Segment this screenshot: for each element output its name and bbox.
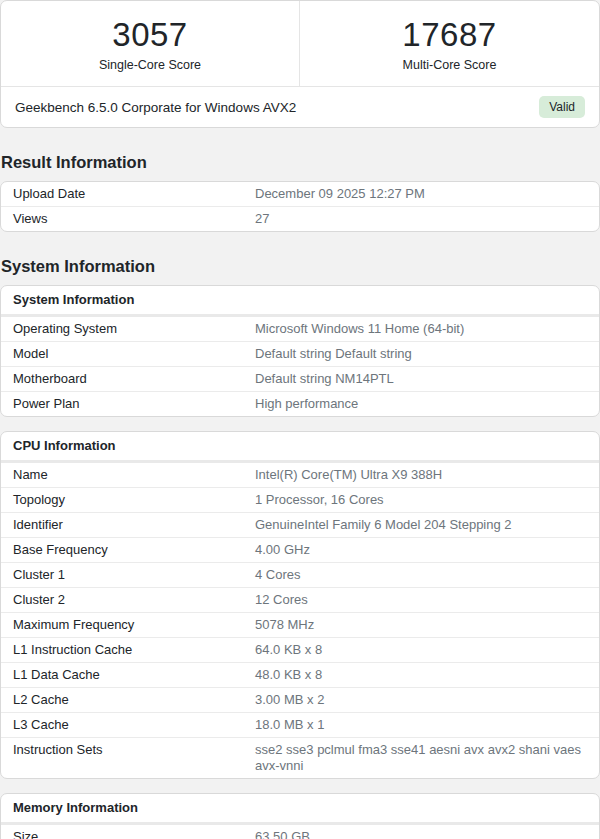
table-row: MotherboardDefault string NM14PTL	[1, 366, 599, 391]
row-label: Cluster 2	[13, 592, 255, 608]
result-information-table: Upload DateDecember 09 2025 12:27 PMView…	[1, 182, 599, 231]
table-row: ModelDefault string Default string	[1, 341, 599, 366]
row-label: L1 Instruction Cache	[13, 642, 255, 658]
table-row: Views27	[1, 206, 599, 231]
multi-core-score-box: 17687 Multi-Core Score	[300, 1, 599, 86]
row-label: Name	[13, 467, 255, 483]
table-row: L3 Cache18.0 MB x 1	[1, 712, 599, 737]
system-information-heading: System Information	[1, 256, 600, 276]
row-label: Instruction Sets	[13, 742, 255, 774]
row-value: 63.50 GB	[255, 829, 587, 839]
result-information-card: Upload DateDecember 09 2025 12:27 PMView…	[0, 181, 600, 232]
multi-core-score-value: 17687	[402, 17, 496, 53]
row-value: Default string NM14PTL	[255, 371, 587, 387]
row-label: L1 Data Cache	[13, 667, 255, 683]
geekbench-version-text: Geekbench 6.5.0 Corporate for Windows AV…	[15, 100, 296, 115]
row-label: L3 Cache	[13, 717, 255, 733]
table-row: IdentifierGenuineIntel Family 6 Model 20…	[1, 512, 599, 537]
row-label: Identifier	[13, 517, 255, 533]
table-row: L2 Cache3.00 MB x 2	[1, 687, 599, 712]
table-row: Cluster 212 Cores	[1, 587, 599, 612]
table-row: Upload DateDecember 09 2025 12:27 PM	[1, 182, 599, 206]
row-value: 48.0 KB x 8	[255, 667, 587, 683]
system-information-table: Operating SystemMicrosoft Windows 11 Hom…	[1, 317, 599, 416]
row-label: Model	[13, 346, 255, 362]
row-value: 27	[255, 211, 587, 227]
table-row: Operating SystemMicrosoft Windows 11 Hom…	[1, 317, 599, 341]
single-core-score-box: 3057 Single-Core Score	[1, 1, 300, 86]
table-row: Instruction Setssse2 sse3 pclmul fma3 ss…	[1, 737, 599, 778]
row-label: Operating System	[13, 321, 255, 337]
cpu-information-table: NameIntel(R) Core(TM) Ultra X9 388HTopol…	[1, 463, 599, 778]
single-core-score-label: Single-Core Score	[99, 58, 201, 72]
row-value: 1 Processor, 16 Cores	[255, 492, 587, 508]
memory-information-card: Memory Information Size63.50 GB	[0, 793, 600, 839]
multi-core-score-label: Multi-Core Score	[403, 58, 497, 72]
system-information-card: System Information Operating SystemMicro…	[0, 285, 600, 417]
row-value: Default string Default string	[255, 346, 587, 362]
row-label: L2 Cache	[13, 692, 255, 708]
single-core-score-value: 3057	[112, 17, 187, 53]
row-value: 18.0 MB x 1	[255, 717, 587, 733]
table-row: Maximum Frequency5078 MHz	[1, 612, 599, 637]
table-row: Topology1 Processor, 16 Cores	[1, 487, 599, 512]
memory-card-header: Memory Information	[1, 794, 599, 825]
memory-information-table: Size63.50 GB	[1, 825, 599, 839]
row-label: Upload Date	[13, 186, 255, 202]
row-label: Motherboard	[13, 371, 255, 387]
scores-row: 3057 Single-Core Score 17687 Multi-Core …	[1, 1, 599, 86]
row-value: Microsoft Windows 11 Home (64-bit)	[255, 321, 587, 337]
row-value: December 09 2025 12:27 PM	[255, 186, 587, 202]
row-label: Topology	[13, 492, 255, 508]
cpu-card-header: CPU Information	[1, 432, 599, 463]
result-information-heading: Result Information	[1, 152, 600, 172]
table-row: L1 Instruction Cache64.0 KB x 8	[1, 637, 599, 662]
row-label: Power Plan	[13, 396, 255, 412]
score-card: 3057 Single-Core Score 17687 Multi-Core …	[0, 0, 600, 128]
cpu-information-card: CPU Information NameIntel(R) Core(TM) Ul…	[0, 431, 600, 779]
row-value: High performance	[255, 396, 587, 412]
row-label: Size	[13, 829, 255, 839]
row-value: Intel(R) Core(TM) Ultra X9 388H	[255, 467, 587, 483]
table-row: Size63.50 GB	[1, 825, 599, 839]
row-value: 5078 MHz	[255, 617, 587, 633]
row-label: Cluster 1	[13, 567, 255, 583]
valid-badge: Valid	[539, 96, 585, 118]
row-value: 4 Cores	[255, 567, 587, 583]
row-value: GenuineIntel Family 6 Model 204 Stepping…	[255, 517, 587, 533]
row-label: Views	[13, 211, 255, 227]
row-value: 64.0 KB x 8	[255, 642, 587, 658]
table-row: NameIntel(R) Core(TM) Ultra X9 388H	[1, 463, 599, 487]
row-value: 12 Cores	[255, 592, 587, 608]
row-value: sse2 sse3 pclmul fma3 sse41 aesni avx av…	[255, 742, 587, 774]
row-value: 3.00 MB x 2	[255, 692, 587, 708]
row-label: Base Frequency	[13, 542, 255, 558]
table-row: Power PlanHigh performance	[1, 391, 599, 416]
table-row: L1 Data Cache48.0 KB x 8	[1, 662, 599, 687]
table-row: Base Frequency4.00 GHz	[1, 537, 599, 562]
table-row: Cluster 14 Cores	[1, 562, 599, 587]
row-value: 4.00 GHz	[255, 542, 587, 558]
row-label: Maximum Frequency	[13, 617, 255, 633]
system-card-header: System Information	[1, 286, 599, 317]
version-bar: Geekbench 6.5.0 Corporate for Windows AV…	[1, 86, 599, 127]
